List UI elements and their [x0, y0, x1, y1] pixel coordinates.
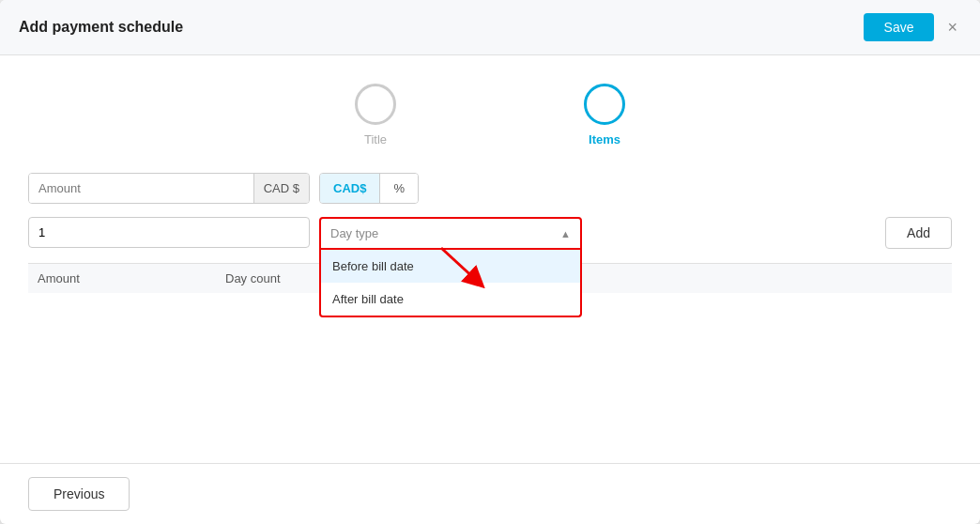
dropdown-item-before-bill-date[interactable]: Before bill date: [321, 250, 580, 283]
modal-header: Add payment schedule Save ×: [0, 0, 980, 55]
amount-input-group: CAD $: [28, 173, 310, 204]
day-count-input[interactable]: [28, 217, 310, 248]
modal-body: Title Items CAD $ CAD$ % D: [0, 55, 980, 463]
form-row-2: Day type ▲ Before bill date After bill d…: [28, 217, 952, 250]
day-type-select-bar[interactable]: Day type ▲: [319, 217, 582, 250]
step-title-label: Title: [364, 132, 387, 146]
cad-suffix: CAD $: [253, 174, 309, 203]
modal-footer: Previous: [0, 463, 980, 524]
previous-button[interactable]: Previous: [28, 477, 130, 511]
day-type-arrow-icon: ▲: [560, 228, 571, 239]
col-amount-header: Amount: [28, 271, 216, 285]
step-title-circle: [355, 84, 396, 125]
step-items: Items: [584, 84, 625, 146]
steps-row: Title Items: [28, 74, 952, 146]
currency-toggle-group: CAD$ %: [319, 173, 419, 204]
step-items-circle: [584, 84, 625, 125]
header-actions: Save ×: [864, 13, 961, 41]
amount-input[interactable]: [29, 174, 253, 203]
save-button[interactable]: Save: [864, 13, 935, 41]
add-button[interactable]: Add: [885, 217, 952, 249]
day-type-wrapper: Day type ▲ Before bill date After bill d…: [319, 217, 582, 250]
close-button[interactable]: ×: [943, 17, 961, 38]
form-row-1: CAD $ CAD$ %: [28, 173, 952, 204]
toggle-percent-button[interactable]: %: [380, 174, 418, 203]
modal-title: Add payment schedule: [19, 19, 183, 36]
modal: Add payment schedule Save × Title Items …: [0, 0, 980, 524]
step-items-label: Items: [589, 132, 620, 146]
day-type-label: Day type: [330, 226, 378, 240]
dropdown-item-after-bill-date[interactable]: After bill date: [321, 283, 580, 316]
toggle-cad-button[interactable]: CAD$: [320, 174, 379, 203]
day-type-dropdown: Before bill date After bill date: [319, 250, 582, 317]
step-title: Title: [355, 84, 396, 146]
